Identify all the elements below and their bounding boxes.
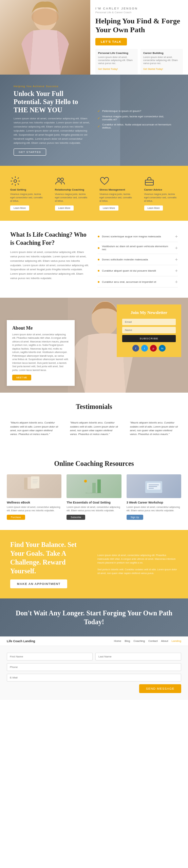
newsletter-email-input[interactable] [122, 319, 176, 325]
service-career: Career Advice Vivamus magna justo, lacin… [141, 173, 182, 214]
nav-contact[interactable]: Contact [148, 639, 158, 643]
footer-nav-links: Home Blog Coaching Contact About Landing [114, 639, 181, 643]
hero-tagline: Personal Life & Career Coach [95, 11, 183, 14]
expand-icon[interactable]: + [175, 245, 178, 251]
cta-text-1: Lorem ipsum dolor sit amet, consectetur … [97, 553, 178, 565]
phone-input[interactable] [7, 663, 181, 671]
svg-point-3 [57, 178, 60, 181]
service-relationship-btn[interactable]: Learn More [55, 205, 74, 211]
pinterest-icon[interactable]: p [150, 345, 157, 352]
coaching-list-item: ● Donec sollicitudin molestie malesuada … [97, 254, 178, 265]
linkedin-icon[interactable]: in [159, 345, 166, 352]
coaching-left: What Is Life Coaching? Who is Coaching F… [10, 231, 91, 288]
form-submit-button[interactable]: SEND MESSAGE [139, 684, 181, 693]
expand-icon[interactable]: + [175, 234, 178, 239]
banner-subtitle: Helping You Achieve Success [14, 85, 91, 88]
svg-rect-18 [92, 483, 96, 493]
hero-card-coaching: Personal Life Coaching Lorem ipsum dolor… [95, 49, 138, 74]
twitter-icon[interactable]: t [141, 345, 148, 352]
cta-left: Find Your Balance. Set Your Goals. Take … [10, 540, 91, 588]
about-text: Lorem ipsum dolor sit amet, consectetur … [12, 333, 69, 372]
banner-left: Helping You Achieve Success Unlock Your … [14, 85, 91, 156]
footer-logo: Life Coach Landing [7, 639, 35, 643]
hero-image [0, 0, 90, 75]
coaching-list-item: ● Vestibulum ac diam sit amet quam vehic… [97, 242, 178, 254]
resource-workshop: 3 Week Career Workshop Lorem ipsum dolor… [127, 474, 181, 520]
resource-goals: The Essentials of Goal Setting Lorem ips… [67, 474, 121, 520]
testimonial-text: "Mauris aliquam lobortis arcu. Curabitur… [130, 421, 178, 436]
svg-rect-25 [149, 488, 154, 489]
expand-icon[interactable]: + [175, 268, 178, 273]
footer-cta-title: Don't Wait Any Longer. Start Forging You… [7, 609, 181, 626]
newsletter-box: Join My Newsletter SUBSCRIBE f t p in [117, 304, 181, 357]
settings-icon [10, 176, 20, 186]
list-item: Pellentesque in ipsum et ipsum? [97, 109, 174, 113]
email-input[interactable] [7, 674, 181, 682]
testimonials-title: Testimonials [7, 403, 181, 411]
hero-card-coaching-link[interactable]: Get Started Today! [98, 68, 118, 70]
hero-cta-button[interactable]: LET'S TALK [95, 38, 127, 45]
service-career-title: Career Advice [144, 188, 178, 191]
hero-title: Helping You Find & Forge Your Own Path [95, 17, 183, 35]
service-stress-title: Stress Management [99, 188, 133, 191]
service-goal-setting-btn[interactable]: Learn More [10, 205, 29, 211]
service-career-text: Vivamus magna justo, lacinia eget consec… [144, 193, 178, 202]
list-item: Vivamus magna justo, lacinia eget consec… [97, 115, 174, 121]
bullet-icon: ● [97, 279, 100, 284]
first-name-input[interactable] [7, 653, 93, 660]
banner-text: Lorem ipsum dolor sit amet, consectetur … [14, 117, 91, 145]
services-grid: Goal Setting Vivamus magna justo, lacini… [7, 173, 181, 214]
resource-ebook-button[interactable]: Purchase [7, 515, 25, 520]
nav-home[interactable]: Home [114, 639, 121, 643]
hero-card-career-title: Career Building [143, 52, 180, 55]
nav-about[interactable]: About [161, 639, 168, 643]
resource-workshop-button[interactable]: Sign Up [127, 515, 143, 520]
facebook-icon[interactable]: f [132, 345, 139, 352]
bullet-icon: ● [97, 257, 100, 262]
services-section: Goal Setting Vivamus magna justo, lacini… [0, 166, 188, 221]
service-goal-setting: Goal Setting Vivamus magna justo, lacini… [7, 173, 48, 214]
testimonial-item: "Mauris aliquam lobortis arcu. Curabitur… [127, 417, 181, 439]
coaching-list-item: ● Donec scelerisque augue non magna male… [97, 231, 178, 242]
nav-landing[interactable]: Landing [172, 639, 181, 643]
cta-section: Find Your Balance. Set Your Goals. Take … [0, 530, 188, 598]
service-goal-setting-title: Goal Setting [10, 188, 44, 191]
testimonials-grid: "Mauris aliquam lobortis arcu. Curabitur… [7, 417, 181, 439]
hero-card-career: Career Building Lorem ipsum dolor sit am… [140, 49, 183, 74]
expand-icon[interactable]: + [175, 257, 178, 262]
expand-icon[interactable]: + [175, 279, 178, 284]
resource-goals-title: The Essentials of Goal Setting [67, 501, 121, 504]
nav-blog[interactable]: Blog [125, 639, 130, 643]
hero-cards: Personal Life Coaching Lorem ipsum dolor… [95, 49, 183, 74]
banner-list: Pellentesque in ipsum et ipsum? Vivamus … [97, 109, 174, 131]
svg-point-1 [32, 8, 59, 25]
resource-goals-text: Lorem ipsum dolor sit amet, consectetur … [67, 506, 121, 512]
resources-grid: Wellness eBook Lorem ipsum dolor sit ame… [7, 474, 181, 520]
coaching-section: What Is Life Coaching? Who is Coaching F… [0, 221, 188, 298]
cta-text-2: Sed porta in lobortis velit. Curabitur s… [97, 568, 178, 575]
bullet-icon: ● [97, 268, 100, 273]
about-button[interactable]: MEET ME [12, 375, 31, 380]
bullet-icon: ● [97, 245, 100, 250]
hero-card-career-link[interactable]: Get Started Today! [143, 68, 163, 70]
cta-appointment-button[interactable]: MAKE AN APPOINTMENT [10, 579, 67, 588]
resource-ebook: Wellness eBook Lorem ipsum dolor sit ame… [7, 474, 61, 520]
about-title: About Me [12, 326, 69, 331]
hero-card-career-text: Lorem ipsum dolor sit amet, consectetur … [143, 56, 180, 65]
cta-title: Find Your Balance. Set Your Goals. Take … [10, 540, 91, 575]
banner-cta-button[interactable]: GET STARTED [14, 149, 46, 156]
coaching-list-item: ● Curabitur aliquet quam id dui posuere … [97, 265, 178, 276]
coaching-right: ● Donec scelerisque augue non magna male… [97, 231, 178, 288]
newsletter-subscribe-button[interactable]: SUBSCRIBE [122, 335, 176, 342]
nav-coaching[interactable]: Coaching [133, 639, 145, 643]
newsletter-name-input[interactable] [122, 327, 176, 333]
heart-icon [99, 176, 110, 186]
resource-goals-image [67, 474, 121, 498]
service-stress-btn[interactable]: Learn More [99, 205, 118, 211]
resource-goals-button[interactable]: Subscribe [67, 515, 85, 520]
last-name-input[interactable] [95, 653, 181, 660]
service-career-btn[interactable]: Learn More [144, 205, 163, 211]
bullet-icon: ● [97, 234, 100, 239]
testimonial-item: "Mauris aliquam lobortis arcu. Curabitur… [67, 417, 121, 439]
coaching-title: What Is Life Coaching? Who is Coaching F… [10, 231, 91, 247]
